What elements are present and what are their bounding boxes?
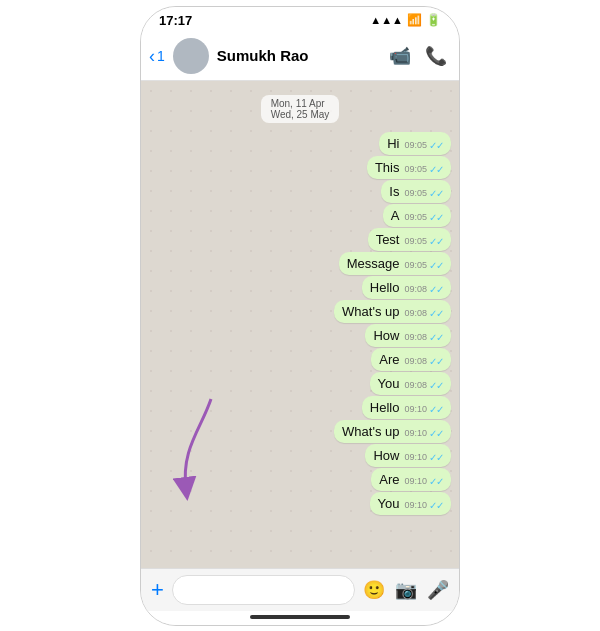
status-bar: 17:17 ▲▲▲ 📶 🔋: [141, 7, 459, 32]
message-bubble: How09:08✓✓: [365, 324, 451, 347]
message-text: Is: [389, 184, 399, 199]
message-row: You09:08✓✓: [149, 372, 451, 395]
message-meta: 09:10✓✓: [404, 452, 443, 463]
message-meta: 09:05✓✓: [404, 212, 443, 223]
status-time: 17:17: [159, 13, 192, 28]
message-row: Are09:08✓✓: [149, 348, 451, 371]
message-meta: 09:08✓✓: [404, 284, 443, 295]
message-bubble: Test09:05✓✓: [368, 228, 451, 251]
message-ticks: ✓✓: [429, 452, 443, 463]
message-row: How09:10✓✓: [149, 444, 451, 467]
battery-icon: 🔋: [426, 13, 441, 27]
message-text: Hello: [370, 280, 400, 295]
message-time: 09:08: [404, 380, 427, 390]
message-ticks: ✓✓: [429, 404, 443, 415]
phone-call-icon[interactable]: 📞: [425, 45, 447, 67]
signal-icon: ▲▲▲: [370, 14, 403, 26]
message-time: 09:08: [404, 332, 427, 342]
message-bubble: Are09:10✓✓: [371, 468, 451, 491]
wifi-icon: 📶: [407, 13, 422, 27]
message-ticks: ✓✓: [429, 356, 443, 367]
message-time: 09:10: [404, 452, 427, 462]
message-row: What's up09:08✓✓: [149, 300, 451, 323]
message-ticks: ✓✓: [429, 236, 443, 247]
video-call-icon[interactable]: 📹: [389, 45, 411, 67]
message-ticks: ✓✓: [429, 212, 443, 223]
message-text: How: [373, 328, 399, 343]
message-bubble: You09:08✓✓: [370, 372, 451, 395]
message-text: What's up: [342, 304, 399, 319]
message-time: 09:10: [404, 428, 427, 438]
message-text: How: [373, 448, 399, 463]
message-bubble: Is09:05✓✓: [381, 180, 451, 203]
message-row: You09:10✓✓: [149, 492, 451, 515]
message-bubble: What's up09:10✓✓: [334, 420, 451, 443]
message-text: Hi: [387, 136, 399, 151]
message-meta: 09:10✓✓: [404, 428, 443, 439]
message-time: 09:08: [404, 284, 427, 294]
message-bubble: Hello09:08✓✓: [362, 276, 451, 299]
chat-body: Mon, 11 Apr Wed, 25 May Hi09:05✓✓This09:…: [141, 81, 459, 568]
microphone-icon[interactable]: 🎤: [427, 579, 449, 601]
plus-button[interactable]: +: [151, 579, 164, 601]
message-bubble: How09:10✓✓: [365, 444, 451, 467]
message-meta: 09:10✓✓: [404, 500, 443, 511]
status-icons: ▲▲▲ 📶 🔋: [370, 13, 441, 27]
camera-icon[interactable]: 📷: [395, 579, 417, 601]
message-time: 09:10: [404, 476, 427, 486]
back-button[interactable]: ‹ 1: [149, 47, 165, 65]
message-time: 09:05: [404, 188, 427, 198]
message-text: Test: [376, 232, 400, 247]
message-row: How09:08✓✓: [149, 324, 451, 347]
message-bubble: This09:05✓✓: [367, 156, 451, 179]
message-bubble: Message09:05✓✓: [339, 252, 451, 275]
message-meta: 09:05✓✓: [404, 236, 443, 247]
message-ticks: ✓✓: [429, 284, 443, 295]
message-row: Are09:10✓✓: [149, 468, 451, 491]
sticker-icon[interactable]: 🙂: [363, 579, 385, 601]
message-time: 09:05: [404, 236, 427, 246]
message-text: Hello: [370, 400, 400, 415]
message-input[interactable]: [172, 575, 355, 605]
message-meta: 09:10✓✓: [404, 476, 443, 487]
message-time: 09:10: [404, 500, 427, 510]
message-meta: 09:05✓✓: [404, 140, 443, 151]
message-row: Hello09:10✓✓: [149, 396, 451, 419]
chat-header: ‹ 1 Sumukh Rao 📹 📞: [141, 32, 459, 81]
message-ticks: ✓✓: [429, 140, 443, 151]
message-row: Hi09:05✓✓: [149, 132, 451, 155]
back-count: 1: [157, 48, 165, 64]
message-text: A: [391, 208, 400, 223]
avatar: [173, 38, 209, 74]
message-text: You: [378, 496, 400, 511]
message-time: 09:05: [404, 212, 427, 222]
message-row: What's up09:10✓✓: [149, 420, 451, 443]
message-bubble: You09:10✓✓: [370, 492, 451, 515]
message-time: 09:05: [404, 260, 427, 270]
message-bubble: Are09:08✓✓: [371, 348, 451, 371]
bottom-bar: + 🙂 📷 🎤: [141, 568, 459, 611]
phone-frame: 17:17 ▲▲▲ 📶 🔋 ‹ 1 Sumukh Rao 📹 📞 Mon, 11…: [140, 6, 460, 626]
message-bubble: What's up09:08✓✓: [334, 300, 451, 323]
message-ticks: ✓✓: [429, 260, 443, 271]
message-meta: 09:08✓✓: [404, 356, 443, 367]
message-bubble: Hi09:05✓✓: [379, 132, 451, 155]
message-row: This09:05✓✓: [149, 156, 451, 179]
message-row: Is09:05✓✓: [149, 180, 451, 203]
header-actions: 📹 📞: [389, 45, 447, 67]
home-indicator: [141, 611, 459, 625]
message-ticks: ✓✓: [429, 308, 443, 319]
message-time: 09:08: [404, 308, 427, 318]
message-time: 09:10: [404, 404, 427, 414]
messages-container: Hi09:05✓✓This09:05✓✓Is09:05✓✓A09:05✓✓Tes…: [149, 132, 451, 516]
date-badge-1: Mon, 11 Apr Wed, 25 May: [261, 95, 340, 123]
message-row: Message09:05✓✓: [149, 252, 451, 275]
message-meta: 09:08✓✓: [404, 332, 443, 343]
message-text: This: [375, 160, 400, 175]
bottom-icons: 🙂 📷 🎤: [363, 579, 449, 601]
message-ticks: ✓✓: [429, 380, 443, 391]
message-row: Hello09:08✓✓: [149, 276, 451, 299]
message-row: Test09:05✓✓: [149, 228, 451, 251]
message-ticks: ✓✓: [429, 164, 443, 175]
message-meta: 09:08✓✓: [404, 380, 443, 391]
